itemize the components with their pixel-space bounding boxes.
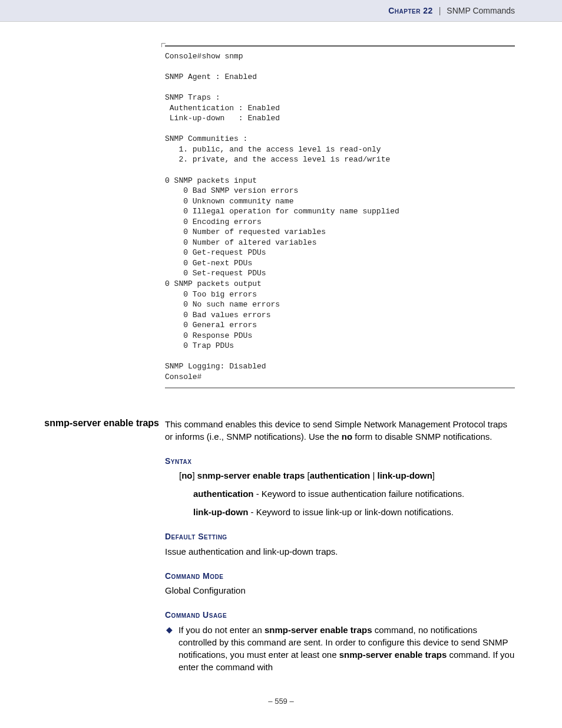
syn-p5: [ xyxy=(305,470,309,480)
command-mode-heading: Command Mode xyxy=(165,571,515,582)
desc-post: form to disable SNMP notifications. xyxy=(352,431,492,442)
param-auth-name: authentication xyxy=(193,489,254,499)
command-description: This command enables this device to send… xyxy=(165,418,515,443)
param-auth-desc: - Keyword to issue authentication failur… xyxy=(254,489,465,499)
syn-p3: ] xyxy=(193,470,197,480)
syntax-heading: Syntax xyxy=(165,456,515,467)
usage-bullet-text: If you do not enter an snmp-server enabl… xyxy=(178,624,515,673)
console-output: Console#show snmp SNMP Agent : Enabled S… xyxy=(165,45,515,388)
syntax-line: [no] snmp-server enable traps [authentic… xyxy=(179,469,515,482)
chapter-title: SNMP Commands xyxy=(447,6,515,15)
page-header: Chapter 22 | SNMP Commands xyxy=(0,0,562,22)
header-separator: | xyxy=(439,6,441,15)
usage-pre: If you do not enter an xyxy=(178,625,265,635)
command-body: This command enables this device to send… xyxy=(165,418,515,673)
param-link-desc: - Keyword to issue link-up or link-down … xyxy=(248,507,454,517)
syn-p8: link-up-down xyxy=(378,470,432,480)
syn-p4: snmp-server enable traps xyxy=(197,470,305,480)
command-section: snmp-server enable traps This command en… xyxy=(47,418,515,673)
usage-b2: snmp-server enable traps xyxy=(339,650,447,660)
chapter-label: Chapter 22 xyxy=(388,6,433,15)
page-number: – 559 – xyxy=(47,697,515,706)
usage-b1: snmp-server enable traps xyxy=(265,625,372,635)
syn-p9: ] xyxy=(432,470,435,480)
diamond-icon: ◆ xyxy=(166,624,173,636)
param-link-up-down: link-up-down - Keyword to issue link-up … xyxy=(193,506,515,518)
default-setting-text: Issue authentication and link-up-down tr… xyxy=(165,545,515,558)
syn-p6: authentication xyxy=(310,470,371,480)
command-name: snmp-server enable traps xyxy=(41,418,159,429)
page-body: Console#show snmp SNMP Agent : Enabled S… xyxy=(0,45,562,728)
usage-bullet: ◆ If you do not enter an snmp-server ena… xyxy=(165,624,515,673)
syn-p7: | xyxy=(370,470,377,480)
command-usage-heading: Command Usage xyxy=(165,610,515,621)
desc-bold: no xyxy=(342,431,352,442)
default-setting-heading: Default Setting xyxy=(165,531,515,543)
command-mode-text: Global Configuration xyxy=(165,584,515,597)
param-authentication: authentication - Keyword to issue authen… xyxy=(193,487,515,500)
syn-p2: no xyxy=(181,470,192,480)
param-link-name: link-up-down xyxy=(193,507,248,517)
